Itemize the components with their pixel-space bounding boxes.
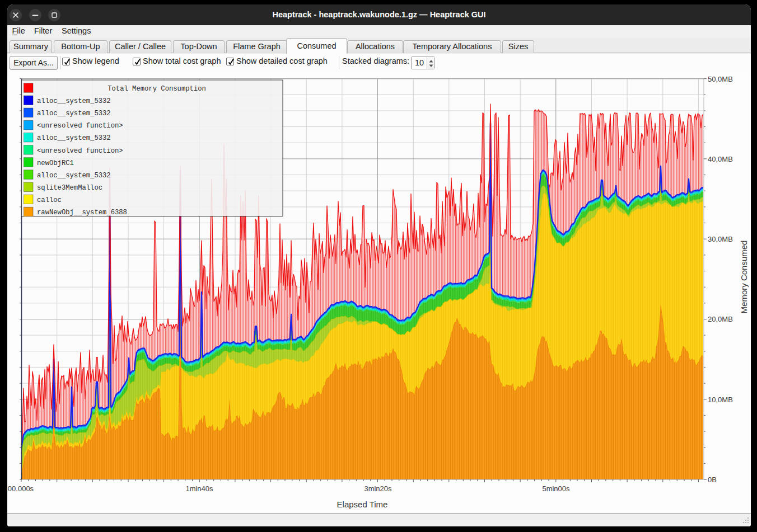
svg-text:sqlite3MemMalloc: sqlite3MemMalloc <box>37 184 102 192</box>
svg-text:<unresolved function>: <unresolved function> <box>37 147 123 155</box>
svg-text:Elapsed Time: Elapsed Time <box>337 500 388 509</box>
svg-text:40,0MB: 40,0MB <box>708 155 733 163</box>
svg-text:50,0MB: 50,0MB <box>708 75 733 83</box>
svg-text:Total Memory Consumption: Total Memory Consumption <box>108 85 206 93</box>
svg-text:30,0MB: 30,0MB <box>708 235 733 243</box>
svg-text:calloc: calloc <box>37 196 62 204</box>
svg-text:1min40s: 1min40s <box>185 484 213 493</box>
svg-text:3min20s: 3min20s <box>364 484 392 493</box>
svg-text:5min00s: 5min00s <box>542 484 570 493</box>
svg-text:alloc__system_5332: alloc__system_5332 <box>37 172 111 180</box>
svg-text:<unresolved function>: <unresolved function> <box>37 122 123 130</box>
svg-text:rawNewObj__system_6388: rawNewObj__system_6388 <box>37 209 127 216</box>
svg-text:newObjRC1: newObjRC1 <box>37 159 74 167</box>
svg-text:0B: 0B <box>708 475 717 484</box>
svg-text:alloc__system_5332: alloc__system_5332 <box>37 97 111 105</box>
svg-text:alloc__system_5332: alloc__system_5332 <box>37 134 111 142</box>
svg-text:20,0MB: 20,0MB <box>708 315 733 323</box>
svg-text:Memory Consumed: Memory Consumed <box>739 241 749 314</box>
svg-text:00.000s: 00.000s <box>8 484 34 493</box>
svg-text:alloc__system_5332: alloc__system_5332 <box>37 110 111 117</box>
svg-text:10,0MB: 10,0MB <box>708 396 733 404</box>
